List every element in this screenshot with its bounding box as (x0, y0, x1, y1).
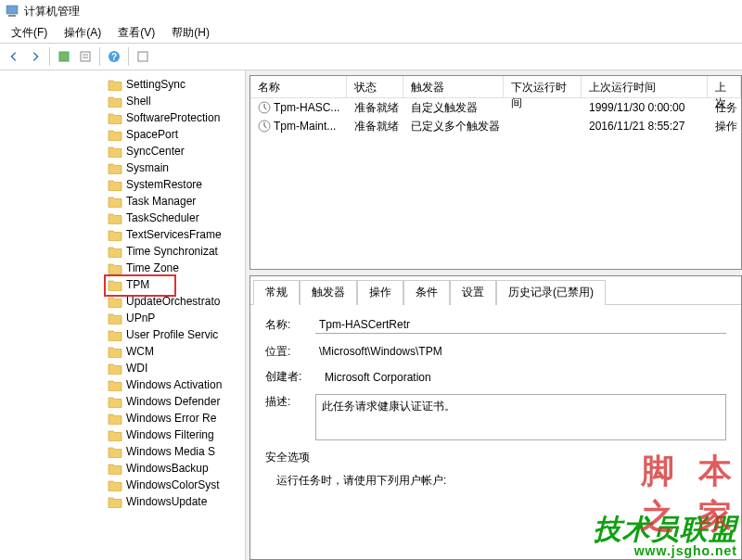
tree-item[interactable]: SyncCenter (0, 143, 245, 159)
label-author: 创建者: (265, 369, 310, 385)
folder-icon (108, 463, 122, 475)
run-as-label: 运行任务时，请使用下列用户帐户: (265, 473, 726, 489)
tab-triggers[interactable]: 触发器 (300, 280, 357, 305)
tree-item[interactable]: User Profile Servic (0, 326, 245, 343)
tree-item[interactable]: Task Manager (0, 193, 245, 210)
menu-view[interactable]: 查看(V) (110, 23, 162, 43)
tree-item-label: TextServicesFrame (126, 228, 222, 241)
svg-rect-9 (138, 52, 147, 61)
clock-icon (258, 101, 271, 114)
forward-button[interactable] (25, 46, 45, 67)
tree-item-label: WindowsBackup (126, 462, 209, 475)
tab-history[interactable]: 历史记录(已禁用) (496, 280, 606, 305)
menu-action[interactable]: 操作(A) (57, 23, 109, 43)
tab-general[interactable]: 常规 (253, 280, 300, 305)
folder-icon (108, 496, 122, 508)
tree-item[interactable]: TextServicesFrame (0, 226, 245, 243)
folder-icon (108, 446, 122, 458)
task-name: Tpm-HASC... (274, 101, 339, 114)
toolbar-separator (49, 47, 50, 66)
toolbar-btn-3[interactable] (133, 46, 153, 67)
folder-icon (108, 346, 122, 358)
tree-item[interactable]: Shell (0, 93, 245, 109)
tree-item[interactable]: UpdateOrchestrato (0, 293, 245, 310)
tab-conditions[interactable]: 条件 (403, 280, 450, 305)
folder-icon (108, 363, 122, 375)
tree-item-label: WindowsColorSyst (126, 478, 220, 491)
tab-actions[interactable]: 操作 (357, 280, 403, 305)
col-trigger[interactable]: 触发器 (403, 76, 504, 97)
tree-item[interactable]: Windows Media S (0, 443, 245, 460)
tree-item[interactable]: WDI (0, 360, 245, 376)
col-result[interactable]: 上次 (708, 76, 741, 97)
label-description: 描述: (265, 394, 310, 410)
tree-item[interactable]: SystemRestore (0, 176, 245, 193)
tree-item-label: Shell (126, 95, 151, 108)
tree-item-label: WCM (126, 345, 154, 358)
value-name: Tpm-HASCertRetr (315, 316, 726, 334)
folder-icon (108, 413, 122, 425)
right-pane: 名称 状态 触发器 下次运行时间 上次运行时间 上次 Tpm-HASC...准备… (246, 70, 742, 560)
folder-icon (108, 196, 122, 208)
folder-icon (108, 479, 122, 491)
folder-icon (108, 312, 122, 325)
tree-item[interactable]: WindowsBackup (0, 460, 245, 477)
folder-icon (108, 279, 122, 291)
col-next-run[interactable]: 下次运行时间 (504, 76, 582, 97)
col-last-run[interactable]: 上次运行时间 (582, 76, 708, 97)
titlebar: 计算机管理 (0, 0, 742, 22)
main-area: SettingSyncShellSoftwareProtectionSpaceP… (0, 70, 742, 560)
tree-item[interactable]: Windows Error Re (0, 410, 245, 426)
tree-item[interactable]: Windows Defender (0, 393, 245, 410)
tree-item[interactable]: SettingSync (0, 76, 245, 93)
tree-item[interactable]: WindowsColorSyst (0, 477, 245, 493)
tree-item[interactable]: WindowsUpdate (0, 493, 245, 510)
menu-help[interactable]: 帮助(H) (164, 23, 217, 43)
toolbar-separator-3 (128, 47, 129, 66)
folder-icon (108, 396, 122, 408)
value-description[interactable]: 此任务请求健康认证证书。 (315, 394, 726, 440)
tree-item[interactable]: UPnP (0, 310, 245, 326)
tree-item[interactable]: TPM (0, 276, 245, 293)
tree-item[interactable]: Time Zone (0, 260, 245, 276)
tree-item[interactable]: Time Synchronizat (0, 243, 245, 260)
folder-icon (108, 329, 122, 341)
toolbar-btn-2[interactable] (75, 46, 96, 67)
tree-item[interactable]: Sysmain (0, 159, 245, 176)
folder-icon (108, 379, 122, 391)
tree-item-label: TPM (126, 278, 149, 291)
folder-icon (108, 179, 122, 191)
detail-pane: 常规 触发器 操作 条件 设置 历史记录(已禁用) 名称: Tpm-HASCer… (249, 275, 742, 560)
tree-item[interactable]: SoftwareProtection (0, 109, 245, 126)
tree-item[interactable]: SpacePort (0, 126, 245, 143)
back-button[interactable] (4, 46, 24, 67)
tree-item-label: SoftwareProtection (126, 111, 220, 124)
tree-item[interactable]: TaskScheduler (0, 210, 245, 226)
tree-item-label: Windows Activation (126, 378, 222, 391)
task-row[interactable]: Tpm-Maint...准备就绪已定义多个触发器2016/11/21 8:55:… (250, 117, 741, 135)
col-status[interactable]: 状态 (347, 76, 403, 97)
task-status: 准备就绪 (347, 100, 403, 116)
menubar: 文件(F) 操作(A) 查看(V) 帮助(H) (0, 22, 742, 43)
tree-item-label: WindowsUpdate (126, 495, 207, 508)
menu-file[interactable]: 文件(F) (4, 23, 55, 43)
col-name[interactable]: 名称 (250, 76, 347, 97)
label-name: 名称: (265, 317, 310, 333)
folder-icon (108, 262, 122, 274)
tree-item[interactable]: Windows Filtering (0, 426, 245, 443)
help-button[interactable]: ? (104, 46, 124, 67)
tree-item[interactable]: Windows Activation (0, 376, 245, 393)
folder-icon (108, 229, 122, 241)
task-row[interactable]: Tpm-HASC...准备就绪自定义触发器1999/11/30 0:00:00任… (250, 98, 741, 117)
tree-item-label: SpacePort (126, 128, 178, 141)
tab-settings[interactable]: 设置 (450, 280, 496, 305)
tree-item[interactable]: WCM (0, 343, 245, 360)
task-last: 1999/11/30 0:00:00 (582, 101, 708, 114)
tree-pane[interactable]: SettingSyncShellSoftwareProtectionSpaceP… (0, 70, 246, 560)
tree-item-label: Windows Defender (126, 395, 220, 408)
folder-icon (108, 429, 122, 441)
svg-text:?: ? (111, 52, 117, 62)
toolbar: ? (0, 43, 742, 70)
tree-item-label: Windows Error Re (126, 412, 216, 425)
toolbar-btn-1[interactable] (54, 46, 74, 67)
